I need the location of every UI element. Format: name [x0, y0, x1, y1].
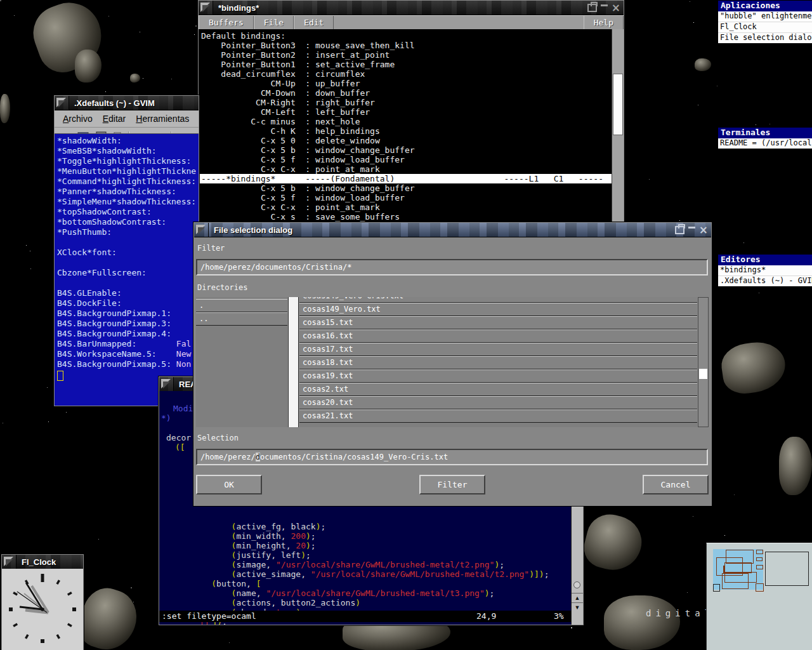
- pager-desktop-2[interactable]: [765, 552, 809, 586]
- gvim-line: *bottomShadowContrast:: [57, 217, 199, 227]
- scrollbar-knob[interactable]: [573, 581, 580, 588]
- panel-item[interactable]: .Xdefaults (~) - GVIM: [718, 275, 812, 286]
- minimize-icon[interactable]: [688, 227, 695, 229]
- directory-row[interactable]: ..: [196, 312, 287, 326]
- ok-button[interactable]: OK: [196, 475, 262, 494]
- files-scrollbar-thumb[interactable]: [699, 369, 707, 379]
- resource-key: Cbzone*Fullscreen:: [57, 268, 147, 277]
- file-row[interactable]: cosas19.txt: [299, 369, 697, 383]
- window-menu-icon[interactable]: [194, 223, 209, 237]
- pager-mini-window[interactable]: [756, 583, 764, 592]
- menu-buffers[interactable]: Buffers: [199, 16, 254, 30]
- window-menu-icon[interactable]: [159, 377, 174, 391]
- star: [105, 91, 106, 92]
- pager-mini-window[interactable]: [713, 584, 720, 592]
- resource-key: *bottomShadowContrast:: [57, 217, 166, 227]
- star: [687, 592, 688, 593]
- directories-scrollbar[interactable]: [288, 297, 299, 427]
- asteroid: [719, 338, 789, 396]
- star: [108, 16, 109, 17]
- panel-item[interactable]: Fl_Clock: [718, 22, 812, 32]
- star: [143, 78, 143, 79]
- file-row[interactable]: cosas18.txt: [299, 356, 697, 369]
- code-segment: min_width,: [236, 531, 291, 541]
- menu-herramientas[interactable]: Herramientas: [131, 112, 193, 125]
- gvim-line: B4S.BackgroundPixmap.1:: [57, 308, 199, 319]
- code-line: (name, "/usr/local/share/GwML/brushed-me…: [162, 588, 571, 598]
- desktop-pager[interactable]: [706, 543, 812, 650]
- maximize-icon[interactable]: [675, 226, 684, 234]
- emacs-buffer-text: Default bindings: Pointer_Button3 : mous…: [199, 29, 612, 174]
- code-segment: 20: [296, 541, 306, 550]
- file-row[interactable]: cosas21.txt: [299, 409, 697, 423]
- code-segment: [162, 560, 232, 569]
- code-segment: "/usr/local/share/GwML/brushed-metal/t2.…: [276, 560, 494, 569]
- gvim-line: *Panner*shadowThickness:: [57, 187, 199, 197]
- panel-item[interactable]: File selection dialog: [718, 32, 812, 43]
- file-row[interactable]: cosas20.txt: [299, 396, 697, 409]
- panel-item[interactable]: *bindings*: [718, 265, 812, 275]
- emacs-titlebar[interactable]: *bindings* ×: [199, 1, 624, 15]
- file-row[interactable]: cosas2.txt: [299, 383, 697, 396]
- selection-input[interactable]: /home/perez/documentos/Cristina/cosas149…: [196, 449, 708, 465]
- close-icon[interactable]: ×: [699, 225, 708, 235]
- menu-help[interactable]: Help: [584, 16, 624, 30]
- selection-value: ocumentos/Cristina/cosas149_Vero-Cris.tx…: [260, 453, 448, 461]
- panel-item[interactable]: "hubble" enlightenment th: [718, 11, 812, 22]
- file-row[interactable]: cosas149_Vero-Cris.txt: [299, 297, 697, 303]
- clock-face: [2, 569, 83, 650]
- gvim-titlebar[interactable]: .Xdefaults (~) - GVIM: [55, 96, 199, 110]
- star: [679, 220, 680, 221]
- code-segment: "/usr/local/share/GwML/brushed-metal/t2.…: [311, 569, 529, 579]
- filter-button[interactable]: Filter: [419, 475, 485, 494]
- resource-value: Fal: [176, 339, 191, 348]
- clock-titlebar[interactable]: Fl_Clock: [2, 555, 83, 569]
- files-scrollbar[interactable]: [698, 297, 709, 427]
- gvim-line: [57, 258, 199, 268]
- panel-title[interactable]: Editores: [718, 255, 812, 265]
- panel-item[interactable]: README = (/usr/local/shar: [718, 138, 812, 149]
- star: [717, 86, 717, 86]
- star: [195, 25, 197, 27]
- menu-archivo[interactable]: Archivo: [58, 112, 97, 125]
- filter-input[interactable]: /home/perez/documentos/Cristina/*: [196, 259, 708, 275]
- gvim-window-title: .Xdefaults (~) - GVIM: [69, 98, 155, 108]
- asteroid: [604, 595, 680, 650]
- directory-row[interactable]: .: [196, 299, 287, 312]
- panel-title[interactable]: Aplicaciones: [718, 1, 812, 11]
- maximize-icon[interactable]: [587, 4, 597, 12]
- directories-list[interactable]: ...: [196, 297, 287, 427]
- star: [229, 642, 230, 643]
- code-segment: active_simage,: [236, 569, 310, 579]
- dialog-titlebar[interactable]: File selection dialog ×: [194, 223, 711, 237]
- window-menu-icon[interactable]: [2, 555, 16, 569]
- resource-key: *Panner*shadowThickness:: [57, 187, 176, 196]
- cancel-button[interactable]: Cancel: [643, 475, 709, 494]
- readme-statusline: :set filetype=ocaml 24,9 3%: [159, 611, 571, 622]
- file-row[interactable]: cosas16.txt: [299, 329, 697, 343]
- emacs-scrollbar-thumb[interactable]: [613, 74, 623, 135]
- file-row[interactable]: cosas149_Vero.txt: [299, 303, 697, 316]
- file-row[interactable]: cosas15.txt: [299, 316, 697, 329]
- scroll-down-icon[interactable]: ▼: [572, 602, 583, 613]
- gvim-line: *MenuButton*highlightThickne: [57, 166, 199, 176]
- scroll-up-icon[interactable]: ▲: [572, 593, 583, 603]
- close-icon[interactable]: ×: [612, 3, 620, 13]
- vim-command-text: :set filetype=ocaml: [162, 611, 256, 622]
- cursor-position: 24,9: [476, 611, 496, 622]
- dialog-title: File selection dialog: [209, 225, 292, 235]
- files-list[interactable]: cosas149_Vero-Cris.txtcosas149_Vero.txtc…: [299, 297, 697, 427]
- menu-edit[interactable]: Edit: [294, 16, 334, 30]
- window-menu-icon[interactable]: [199, 1, 213, 15]
- panel-title[interactable]: Terminales: [718, 128, 812, 138]
- minimize-icon[interactable]: [601, 4, 608, 6]
- star: [194, 34, 195, 35]
- window-menu-icon[interactable]: [55, 96, 69, 110]
- gvim-edit-area[interactable]: *shadowWidth:*SmeBSB*shadowWidth:*Toggle…: [55, 133, 199, 406]
- gvim-line: *Toggle*highlightThickness:: [57, 156, 199, 166]
- menu-editar[interactable]: Editar: [98, 112, 131, 125]
- file-row[interactable]: cosas17.txt: [299, 343, 697, 356]
- code-segment: [162, 550, 232, 560]
- menu-file[interactable]: File: [254, 16, 294, 30]
- panel-aplicaciones: Aplicaciones "hubble" enlightenment thFl…: [717, 0, 812, 44]
